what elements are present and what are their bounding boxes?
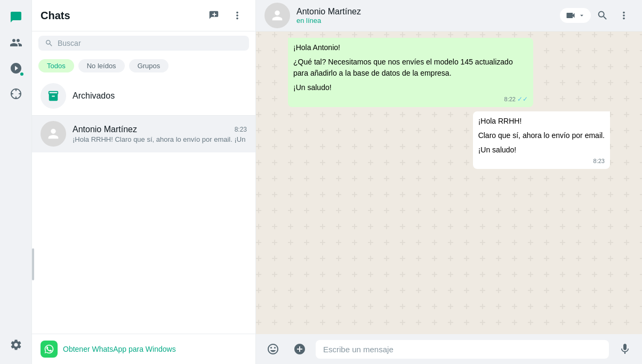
chat-name-row: Antonio Martínez 8:23 bbox=[73, 125, 247, 134]
message-time-1: 8:22 ✓✓ bbox=[293, 94, 528, 104]
chat-contact-name: Antonio Martínez bbox=[296, 7, 560, 17]
chat-menu-button[interactable] bbox=[614, 6, 633, 25]
archived-icon bbox=[41, 83, 66, 109]
chat-preview: ¡Hola RRHH! Claro que sí, ahora lo envío… bbox=[73, 135, 247, 143]
chat-info-antonio: Antonio Martínez 8:23 ¡Hola RRHH! Claro … bbox=[73, 125, 247, 143]
emoji-button[interactable] bbox=[262, 338, 284, 360]
chat-header-info: Antonio Martínez en línea bbox=[296, 7, 560, 25]
chat-status: en línea bbox=[296, 17, 560, 25]
filter-all[interactable]: Todos bbox=[38, 59, 74, 72]
promo-text: Obtener WhatsApp para Windows bbox=[63, 345, 176, 353]
search-wrap bbox=[38, 36, 249, 51]
chat-item-antonio[interactable]: Antonio Martínez 8:23 ¡Hola RRHH! Claro … bbox=[32, 116, 255, 152]
chat-header-actions bbox=[560, 6, 633, 25]
videocam-icon bbox=[565, 10, 576, 21]
search-input[interactable] bbox=[58, 39, 243, 47]
message-text-2: ¡Hola RRHH! Claro que sí, ahora lo envío… bbox=[478, 116, 605, 156]
avatar-antonio bbox=[41, 121, 66, 147]
chat-time: 8:23 bbox=[235, 126, 247, 133]
chats-header: Chats bbox=[32, 0, 255, 31]
filter-unread[interactable]: No leídos bbox=[78, 59, 125, 72]
scroll-thumb[interactable] bbox=[32, 248, 34, 280]
whatsapp-promo[interactable]: Obtener WhatsApp para Windows bbox=[32, 334, 255, 364]
search-bar bbox=[32, 31, 255, 55]
chevron-down-icon bbox=[578, 12, 585, 19]
sidebar-contacts-icon[interactable] bbox=[4, 31, 28, 54]
mic-button[interactable] bbox=[614, 338, 636, 360]
chats-header-actions bbox=[204, 6, 247, 25]
chat-header: Antonio Martínez en línea bbox=[256, 0, 642, 31]
sidebar-status-icon[interactable] bbox=[4, 56, 28, 80]
archived-label: Archivados bbox=[73, 91, 115, 101]
wa-logo bbox=[41, 341, 58, 358]
video-call-button[interactable] bbox=[560, 8, 591, 23]
status-dot bbox=[19, 71, 25, 77]
chat-input-area bbox=[256, 334, 642, 364]
check-icon: ✓✓ bbox=[517, 94, 528, 104]
chat-header-avatar[interactable] bbox=[264, 3, 290, 28]
messages-area: ¡Hola Antonio! ¿Qué tal? Necesitamos que… bbox=[256, 31, 642, 334]
message-text-1: ¡Hola Antonio! ¿Qué tal? Necesitamos que… bbox=[293, 42, 528, 93]
filter-tabs: Todos No leídos Grupos bbox=[32, 55, 255, 77]
message-received-2: ¡Hola RRHH! Claro que sí, ahora lo envío… bbox=[473, 111, 610, 169]
chats-panel: Chats Todos No leídos Grupos Archivados bbox=[32, 0, 256, 364]
chat-preview-text: ¡Hola RRHH! Claro que sí, ahora lo envío… bbox=[73, 135, 247, 143]
archived-row[interactable]: Archivados bbox=[32, 77, 255, 116]
search-chat-button[interactable] bbox=[593, 6, 612, 25]
sidebar-chats-icon[interactable] bbox=[4, 5, 28, 29]
sidebar-settings-icon[interactable] bbox=[4, 333, 28, 357]
new-chat-button[interactable] bbox=[204, 6, 223, 25]
chat-window: Antonio Martínez en línea ¡Hola Antonio!… bbox=[256, 0, 642, 364]
search-icon bbox=[45, 39, 53, 47]
attach-button[interactable] bbox=[289, 338, 310, 360]
chats-title: Chats bbox=[41, 10, 204, 22]
chats-menu-button[interactable] bbox=[228, 6, 247, 25]
sidebar bbox=[0, 0, 32, 364]
filter-groups[interactable]: Grupos bbox=[129, 59, 169, 72]
message-sent-1: ¡Hola Antonio! ¿Qué tal? Necesitamos que… bbox=[288, 38, 533, 107]
sidebar-channels-icon[interactable] bbox=[4, 82, 28, 106]
chat-name: Antonio Martínez bbox=[73, 125, 137, 134]
message-input[interactable] bbox=[316, 340, 609, 359]
message-time-2: 8:23 bbox=[478, 157, 605, 166]
